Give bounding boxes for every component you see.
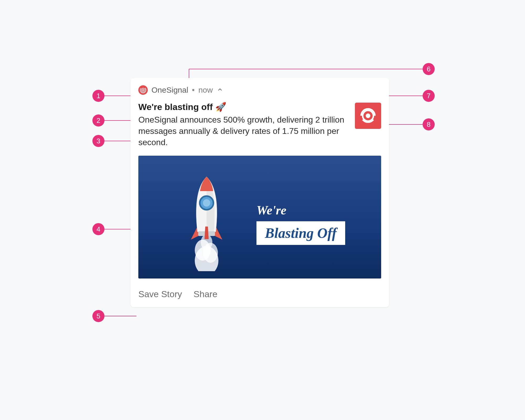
notification-message: OneSignal announces 500% growth, deliver… <box>138 114 349 148</box>
chevron-up-icon[interactable] <box>217 87 223 93</box>
callout-5: 5 <box>92 310 104 322</box>
big-picture-text-line1: We're <box>256 203 286 217</box>
app-name: OneSignal <box>151 86 188 94</box>
svg-point-19 <box>203 199 210 207</box>
rocket-icon <box>183 171 230 271</box>
action-buttons-row: Save Story Share <box>138 289 381 299</box>
notification-title: We're blasting off 🚀 <box>138 102 349 112</box>
callout-2: 2 <box>92 114 104 127</box>
notification-time: now <box>198 86 213 94</box>
svg-point-9 <box>142 89 144 91</box>
save-story-button[interactable]: Save Story <box>138 289 182 299</box>
notification-header: OneSignal • now <box>138 85 381 95</box>
big-picture-text-box: Blasting Off <box>256 221 345 245</box>
large-icon <box>355 103 381 129</box>
callout-1: 1 <box>92 90 104 102</box>
callout-6: 6 <box>423 63 435 75</box>
callout-7: 7 <box>423 90 435 102</box>
callout-3: 3 <box>92 135 104 147</box>
notification-card[interactable]: OneSignal • now We're blasting off 🚀 One… <box>130 78 389 307</box>
callout-8: 8 <box>423 118 435 130</box>
small-icon <box>138 85 148 95</box>
big-picture-text-line2: Blasting Off <box>265 225 337 241</box>
separator-dot: • <box>192 86 195 94</box>
big-picture: We're Blasting Off <box>138 156 381 279</box>
callout-4: 4 <box>92 223 104 235</box>
svg-point-12 <box>366 113 370 118</box>
share-button[interactable]: Share <box>193 289 217 299</box>
